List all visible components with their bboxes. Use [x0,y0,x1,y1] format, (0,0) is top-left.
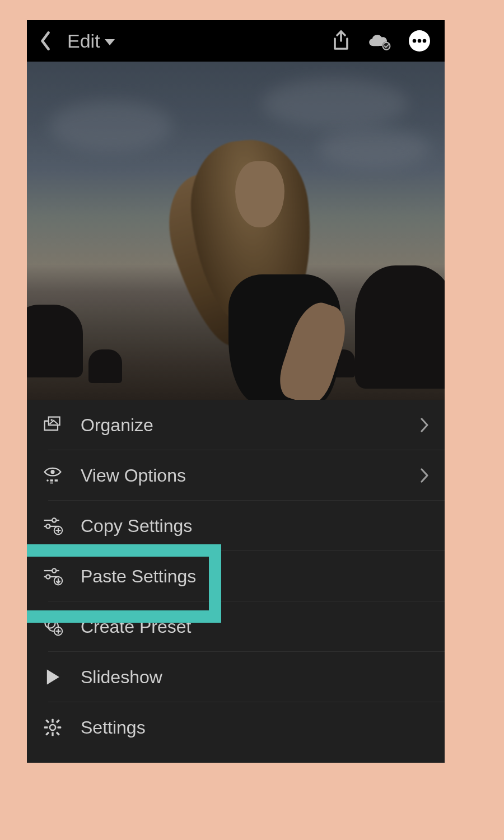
mode-dropdown[interactable]: Edit [67,30,115,52]
svg-point-8 [50,419,53,421]
menu-item-label: Settings [81,717,146,738]
chevron-right-icon [420,418,429,432]
svg-rect-38 [56,719,60,723]
menu-item-create-preset[interactable]: Create Preset [27,601,445,652]
chevron-right-icon [420,468,429,483]
menu-item-slideshow[interactable]: Slideshow [27,652,445,702]
mode-label: Edit [67,30,100,52]
svg-rect-36 [58,726,62,728]
svg-point-22 [52,568,56,572]
svg-point-5 [423,39,427,43]
svg-rect-11 [50,479,53,482]
svg-point-3 [413,39,417,43]
photo-preview[interactable] [27,62,445,400]
svg-rect-39 [45,731,49,735]
share-icon[interactable] [332,30,351,52]
top-bar-left: Edit [39,30,115,52]
menu-item-label: View Options [81,465,186,486]
menu-item-label: Copy Settings [81,516,192,536]
menu-item-label: Slideshow [81,667,162,688]
top-bar: Edit [27,20,445,62]
svg-rect-37 [45,719,49,723]
menu-item-paste-settings[interactable]: Paste Settings [27,551,445,601]
app-frame: Edit [27,20,445,763]
svg-rect-35 [44,726,48,728]
menu-item-copy-settings[interactable]: Copy Settings [27,501,445,551]
svg-point-4 [418,39,422,43]
menu-item-label: Organize [81,415,153,436]
back-icon[interactable] [39,31,52,50]
svg-rect-12 [55,479,58,482]
chevron-down-icon [105,39,115,45]
menu-item-settings[interactable]: Settings [27,702,445,753]
view-options-icon [41,464,64,487]
organize-icon [41,414,64,436]
svg-point-15 [52,518,56,522]
svg-point-27 [45,618,55,628]
menu-item-organize[interactable]: Organize [27,400,445,450]
top-bar-right [332,29,431,53]
svg-point-24 [46,575,50,578]
svg-rect-33 [52,719,53,723]
menu-item-label: Create Preset [81,617,191,637]
sliders-down-icon [41,565,64,587]
svg-point-9 [50,470,54,474]
svg-rect-34 [52,732,53,736]
play-icon [41,666,64,688]
svg-rect-40 [56,731,60,735]
gear-icon [41,716,64,739]
svg-point-10 [46,479,49,482]
cloud-sync-status-icon[interactable] [365,30,393,52]
more-options-icon[interactable] [408,29,431,53]
svg-point-0 [382,41,391,50]
svg-rect-13 [50,483,53,484]
menu-item-view-options[interactable]: View Options [27,450,445,501]
preset-plus-icon [41,615,64,638]
svg-point-17 [46,524,50,528]
svg-point-32 [50,725,55,730]
sliders-plus-icon [41,515,64,537]
overflow-menu: Organize View Options [27,400,445,763]
menu-item-label: Paste Settings [81,566,196,587]
